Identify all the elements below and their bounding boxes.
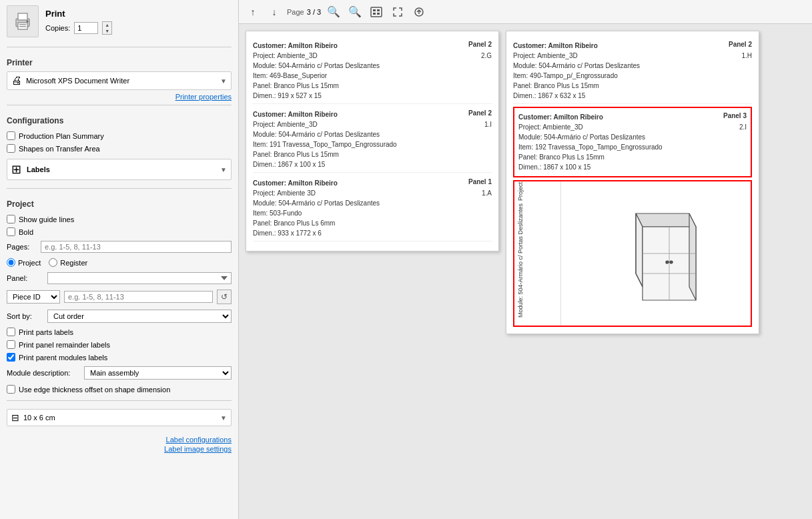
label-card-right-3d: Customer: Amilton Ribeiro Project: Ambie… [513, 180, 752, 327]
radio-register[interactable]: Register [49, 258, 87, 267]
printer-selector[interactable]: 🖨 Microsoft XPS Document Writer ▼ [7, 71, 232, 90]
copies-spinner[interactable]: ▲ ▼ [102, 21, 112, 35]
production-plan-summary-row: Production Plan Summary [7, 131, 232, 140]
print-parent-modules-row: Print parent modules labels [7, 353, 232, 362]
show-guide-lines-label: Show guide lines [19, 215, 74, 223]
refresh-button[interactable]: ↺ [217, 290, 232, 304]
bottom-links: Label configurations Label image setting… [7, 436, 232, 454]
sort-by-select[interactable]: Cut order [47, 310, 232, 323]
card-3d-image [561, 181, 751, 326]
project-right-2: Project: Ambiente_3D2.I [518, 122, 747, 132]
copies-input[interactable] [74, 22, 98, 34]
piece-id-row: Piece ID ↺ [7, 290, 232, 304]
panel-left-3: Panel: Branco Plus Ls 6mm [253, 218, 492, 228]
export-button[interactable] [410, 3, 428, 21]
print-parts-labels-checkbox[interactable] [7, 328, 15, 336]
print-panel-remainder-label: Print panel remainder labels [19, 341, 110, 349]
customer-left-2: Customer: Amilton Ribeiro [253, 109, 338, 119]
radio-project[interactable]: Project [7, 258, 41, 267]
zoom-in-button[interactable]: 🔍 [325, 3, 342, 21]
module-description-select[interactable]: Main assembly [84, 366, 232, 380]
production-plan-summary-checkbox[interactable] [7, 131, 15, 140]
zoom-out-button[interactable]: 🔍- [346, 3, 364, 21]
item-left-1: Item: 469-Base_Superior [253, 71, 492, 81]
customer-left-3: Customer: Amilton Ribeiro [253, 178, 338, 188]
label-size-row[interactable]: ⊟ 10 x 6 cm ▼ [7, 409, 232, 426]
bold-label: Bold [19, 228, 33, 236]
panel-badge-left-3: Panel 1 [468, 178, 492, 185]
print-parts-labels-row: Print parts labels [7, 328, 232, 336]
pages-label: Pages: [7, 243, 37, 251]
fullscreen-button[interactable] [389, 3, 406, 21]
panel-select[interactable] [47, 272, 232, 284]
pages-input[interactable] [41, 241, 232, 253]
spinner-down[interactable]: ▼ [103, 28, 111, 34]
printer-small-icon: 🖨 [11, 75, 22, 87]
printer-icon [7, 5, 39, 37]
print-parts-labels-label: Print parts labels [19, 328, 73, 336]
svg-marker-12 [636, 213, 696, 227]
production-plan-summary-label: Production Plan Summary [19, 132, 104, 140]
shapes-transfer-area-checkbox[interactable] [7, 144, 15, 153]
shapes-transfer-area-row: Shapes on Transfer Area [7, 144, 232, 153]
label-image-settings-link[interactable]: Label image settings [164, 445, 232, 453]
module-left-1: Module: 504-Armário c/ Portas Deslizante… [253, 61, 492, 71]
spinner-up[interactable]: ▲ [103, 22, 111, 28]
project-left-3: Project: Ambiente 3D1.A [253, 188, 492, 198]
dimen-right-2: Dimen.: 1867 x 100 x 15 [518, 162, 747, 172]
edge-thickness-checkbox[interactable] [7, 385, 15, 394]
edge-thickness-label: Use edge thickness offset on shape dimen… [19, 386, 170, 394]
panel-right-2: Panel: Branco Plus Ls 15mm [518, 152, 747, 162]
panel-label: Panel: [7, 274, 43, 282]
svg-rect-4 [19, 26, 26, 27]
radio-register-label: Register [60, 259, 87, 267]
labels-dropdown-row[interactable]: ⊞ Labels ▼ [7, 159, 232, 180]
page-numbers: 3 / 3 [307, 8, 321, 16]
piece-id-input[interactable] [64, 291, 213, 303]
customer-left-1: Customer: Amilton Ribeiro [253, 41, 338, 51]
label-card-left-2: Customer: Amilton Ribeiro Panel 2 Projec… [253, 107, 492, 173]
label-size-icon: ⊟ [11, 412, 19, 423]
printer-dropdown-arrow: ▼ [220, 77, 227, 85]
labels-grid-icon: ⊞ [11, 162, 21, 177]
panel-badge-right-1: Panel 2 [729, 41, 752, 48]
configurations-title: Configurations [7, 116, 232, 125]
label-card-left-3: Customer: Amilton Ribeiro Panel 1 Projec… [253, 175, 492, 241]
project-register-radio-row: Project Register [7, 258, 232, 267]
label-card-right-1: Customer: Amilton Ribeiro Panel 2 Projec… [513, 38, 752, 104]
sort-by-label: Sort by: [7, 312, 43, 320]
print-panel-remainder-checkbox[interactable] [7, 340, 15, 349]
preview-area: Customer: Amilton Ribeiro Panel 2 Projec… [239, 24, 812, 519]
panel-badge-left-1: Panel 2 [468, 41, 492, 48]
labels-label: Labels [27, 165, 215, 173]
panel-right-1: Panel: Branco Plus Ls 15mm [513, 81, 752, 91]
svg-rect-9 [373, 13, 376, 15]
sort-by-row: Sort by: Cut order [7, 310, 232, 323]
label-size-dropdown-arrow: ▼ [220, 414, 227, 422]
fit-page-button[interactable] [368, 3, 385, 21]
module-description-row: Module description: Main assembly [7, 366, 232, 380]
printer-properties-link[interactable]: Printer properties [7, 93, 232, 101]
item-right-2: Item: 192 Travessa_Topo_Tampo_Engrossura… [518, 142, 747, 152]
svg-rect-6 [371, 7, 382, 17]
bold-checkbox[interactable] [7, 227, 15, 236]
show-guide-lines-row: Show guide lines [7, 215, 232, 223]
label-configurations-link[interactable]: Label configurations [166, 436, 232, 444]
next-page-button[interactable]: ↓ [266, 3, 283, 21]
print-parent-modules-checkbox[interactable] [7, 353, 15, 362]
piece-id-select[interactable]: Piece ID [7, 290, 60, 304]
module-left-2: Module: 504-Armário c/ Portas Deslizante… [253, 129, 492, 139]
main-area: ↑ ↓ Page 3 / 3 🔍 🔍- Customer: Amilton Ri… [239, 0, 812, 519]
right-page-sheet: Customer: Amilton Ribeiro Panel 2 Projec… [506, 31, 759, 334]
print-title-area: Print Copies: ▲ ▼ [45, 9, 112, 35]
label-card-right-2: Customer: Amilton Ribeiro Panel 3 Projec… [513, 107, 752, 177]
prev-page-button[interactable]: ↑ [244, 3, 262, 21]
print-title: Print [45, 9, 112, 19]
show-guide-lines-checkbox[interactable] [7, 215, 15, 223]
svg-rect-10 [377, 13, 380, 15]
svg-marker-15 [689, 213, 696, 300]
bold-row: Bold [7, 227, 232, 236]
copies-row: Copies: ▲ ▼ [45, 21, 112, 35]
customer-right-2: Customer: Amilton Ribeiro [518, 112, 603, 122]
print-header: Print Copies: ▲ ▼ [7, 5, 232, 37]
